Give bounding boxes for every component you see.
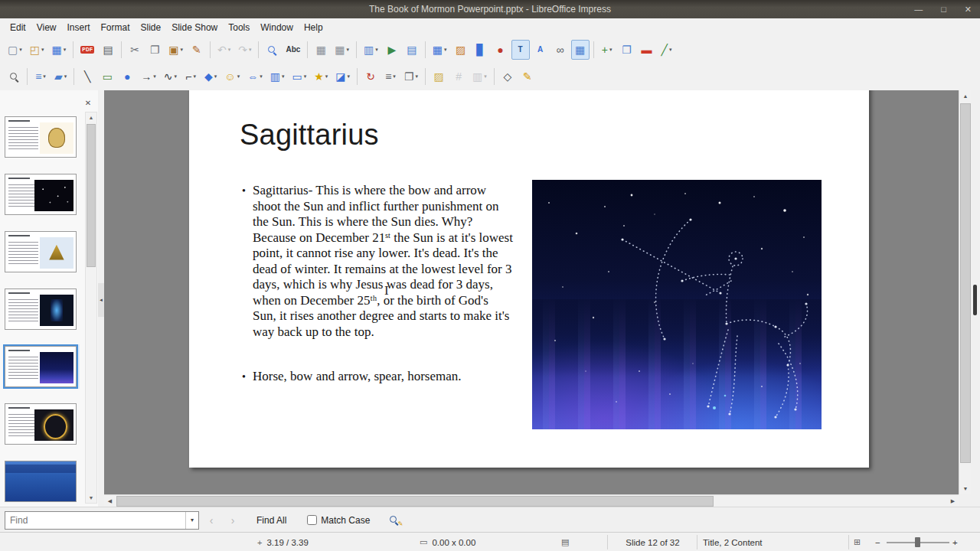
new-document-button[interactable]: ▢▾: [5, 40, 25, 60]
zoom-fit-segment[interactable]: ⊞: [854, 533, 861, 551]
menu-tools[interactable]: Tools: [223, 19, 255, 36]
vertical-scrollbar-thumb[interactable]: [960, 103, 971, 463]
basic-shapes-button[interactable]: ◆▾: [201, 67, 220, 86]
slide-title-text-box[interactable]: Sagittarius: [240, 119, 379, 152]
find-dropdown-arrow-icon[interactable]: ▾: [185, 512, 198, 529]
document-modified-segment[interactable]: ▤: [561, 533, 569, 551]
insert-table-dropdown-arrow[interactable]: ▾: [444, 47, 447, 53]
undo-button[interactable]: ↶▾: [214, 40, 234, 60]
fill-color-dropdown-arrow[interactable]: ▾: [64, 73, 67, 80]
open-file-button[interactable]: ◰▾: [27, 40, 47, 60]
flowchart-shapes-dropdown-arrow[interactable]: ▾: [282, 73, 285, 80]
bullet-item[interactable]: Sagittarius- This is where the bow and a…: [241, 183, 514, 340]
print-button[interactable]: ▤: [99, 40, 117, 60]
export-pdf-button[interactable]: PDF: [77, 40, 97, 60]
star-shapes-button[interactable]: ★▾: [311, 67, 331, 86]
zoom-slider-thumb[interactable]: [915, 537, 920, 547]
menu-help[interactable]: Help: [299, 19, 328, 36]
3d-objects-dropdown-arrow[interactable]: ▾: [348, 73, 351, 80]
snap-to-grid-button[interactable]: ▦▾: [332, 40, 352, 60]
block-arrows-dropdown-arrow[interactable]: ▾: [260, 73, 263, 80]
slide-thumbnail-3-libra[interactable]: [3, 230, 80, 274]
open-file-dropdown-arrow[interactable]: ▾: [41, 47, 44, 53]
zoom-slider[interactable]: [887, 533, 949, 551]
snap-to-grid-dropdown-arrow[interactable]: ▾: [347, 47, 350, 53]
zoom-pan-button[interactable]: [5, 67, 23, 86]
curves-and-polygons-button[interactable]: ∿▾: [161, 67, 180, 86]
panel-scroll-up-icon[interactable]: ▲: [86, 112, 96, 122]
delete-slide-button[interactable]: ▬: [638, 40, 656, 60]
flowchart-shapes-button[interactable]: ▥▾: [267, 67, 288, 86]
lines-and-arrows-dropdown-arrow[interactable]: ▾: [153, 73, 156, 80]
slide-thumbnail-5-sagittarius[interactable]: [3, 344, 80, 389]
insert-hyperlink-button[interactable]: ∞: [551, 40, 570, 60]
insert-image-button[interactable]: ▨: [452, 40, 470, 60]
undo-dropdown-arrow[interactable]: ▾: [228, 47, 231, 53]
ellipse-button[interactable]: ●: [118, 67, 136, 86]
insert-line-arrow-button[interactable]: ╱▾: [658, 40, 676, 60]
save-dropdown-arrow[interactable]: ▾: [64, 47, 67, 53]
redo-button[interactable]: ↷▾: [235, 40, 254, 60]
connectors-button[interactable]: ⌐▾: [181, 67, 200, 86]
fill-color-button[interactable]: ▰▾: [51, 67, 70, 86]
maximize-icon[interactable]: □: [939, 5, 949, 14]
paste-dropdown-arrow[interactable]: ▾: [180, 47, 183, 53]
slide-thumbnail-6-capricorn[interactable]: [3, 402, 80, 446]
slide-thumbnail-2-virgo[interactable]: [3, 172, 80, 217]
spelling-button[interactable]: Abc: [283, 40, 303, 60]
slide-layout-indicator[interactable]: Title, 2 Content: [703, 533, 763, 551]
scroll-left-icon[interactable]: ◀: [104, 495, 116, 507]
scroll-up-icon[interactable]: ▲: [959, 90, 972, 102]
crop-image-button[interactable]: #: [449, 67, 468, 86]
menu-view[interactable]: View: [31, 19, 62, 36]
panel-scrollbar-thumb[interactable]: [87, 124, 96, 267]
menu-window[interactable]: Window: [255, 19, 299, 36]
paste-button[interactable]: ▣▾: [165, 40, 186, 60]
find-next-button[interactable]: ›: [224, 511, 242, 530]
callout-shapes-button[interactable]: ▭▾: [289, 67, 309, 86]
panel-collapse-handle[interactable]: ◂: [98, 283, 104, 317]
minimize-icon[interactable]: —: [912, 5, 925, 14]
zoom-out-button[interactable]: −: [875, 533, 880, 551]
scroll-down-icon[interactable]: ▼: [959, 483, 972, 494]
horizontal-scrollbar[interactable]: ◀ ▶: [104, 494, 959, 507]
star-shapes-dropdown-arrow[interactable]: ▾: [325, 73, 328, 80]
new-document-dropdown-arrow[interactable]: ▾: [19, 47, 22, 53]
slide-thumbnail-4-scorpio[interactable]: [3, 287, 80, 331]
sagittarius-constellation-image[interactable]: [532, 180, 822, 429]
menu-edit[interactable]: Edit: [5, 19, 31, 36]
horizontal-scrollbar-thumb[interactable]: [116, 496, 714, 507]
arrange-dropdown-arrow[interactable]: ▾: [416, 73, 419, 80]
duplicate-slide-button[interactable]: ❐: [618, 40, 636, 60]
connectors-dropdown-arrow[interactable]: ▾: [193, 73, 196, 80]
slide-page[interactable]: Sagittarius Sagittarius- This is where t…: [189, 90, 869, 468]
close-icon[interactable]: ✕: [962, 5, 974, 15]
vertical-scrollbar[interactable]: ▲ ▼: [959, 90, 972, 494]
insert-text-box-button[interactable]: T: [511, 40, 530, 60]
find-all-button[interactable]: Find All: [250, 511, 293, 530]
title-bar[interactable]: The Book of Mormon Powerpoint.pptx - Lib…: [0, 0, 980, 18]
3d-objects-button[interactable]: ◪▾: [332, 67, 353, 86]
display-snap-guides-button[interactable]: ▦: [571, 40, 590, 60]
search-input[interactable]: [5, 514, 185, 527]
find-and-replace-button[interactable]: ✎: [384, 511, 404, 530]
menu-insert[interactable]: Insert: [61, 19, 95, 36]
shadow-button[interactable]: ▨: [430, 67, 448, 86]
image-filter-dropdown-arrow[interactable]: ▾: [484, 73, 487, 80]
bullet-item[interactable]: Horse, bow and arrow, spear, horseman.: [241, 369, 514, 385]
block-arrows-button[interactable]: ⇔▾: [244, 67, 266, 86]
insert-chart-button[interactable]: ▊: [472, 40, 490, 60]
symbol-shapes-dropdown-arrow[interactable]: ▾: [237, 73, 240, 80]
line-style-dropdown-arrow[interactable]: ▾: [43, 73, 46, 80]
copy-button[interactable]: ❐: [145, 40, 164, 60]
menu-slide-show[interactable]: Slide Show: [166, 19, 223, 36]
glue-points-button[interactable]: ✎: [518, 67, 537, 86]
insert-media-button[interactable]: ●: [492, 40, 510, 60]
panel-scroll-down-icon[interactable]: ▼: [86, 493, 96, 503]
slide-number-indicator[interactable]: Slide 12 of 32: [612, 533, 693, 551]
menu-format[interactable]: Format: [96, 19, 136, 36]
find-previous-button[interactable]: ‹: [202, 511, 220, 530]
rotate-button[interactable]: ↻: [361, 67, 380, 86]
scroll-right-icon[interactable]: ▶: [947, 495, 959, 507]
new-slide-dropdown-arrow[interactable]: ▾: [609, 47, 612, 53]
